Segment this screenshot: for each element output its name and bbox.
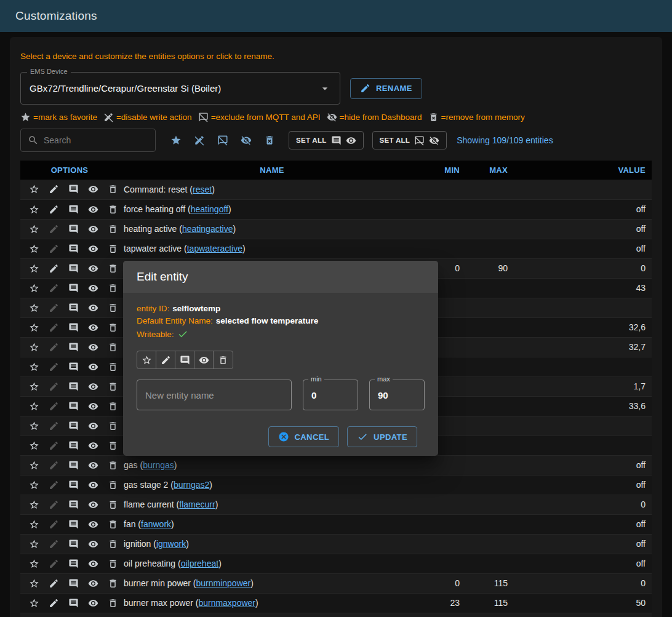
update-button[interactable]: UPDATE xyxy=(347,426,417,447)
favorite-icon[interactable] xyxy=(29,440,39,451)
favorite-toggle[interactable] xyxy=(137,351,156,368)
new-entity-name-field[interactable] xyxy=(137,380,292,410)
delete-icon[interactable] xyxy=(108,421,118,431)
favorite-icon[interactable] xyxy=(29,322,39,333)
remove-filter-button[interactable] xyxy=(259,130,280,151)
visibility-icon[interactable] xyxy=(88,263,98,274)
delete-icon[interactable] xyxy=(108,598,118,608)
write-toggle[interactable] xyxy=(156,351,175,368)
delete-icon[interactable] xyxy=(108,500,118,510)
visibility-icon[interactable] xyxy=(88,539,98,549)
favorite-icon[interactable] xyxy=(29,598,39,608)
edit-icon[interactable] xyxy=(49,224,59,234)
visibility-icon[interactable] xyxy=(88,500,98,510)
favorite-icon[interactable] xyxy=(29,263,39,274)
visibility-icon[interactable] xyxy=(88,204,98,215)
entity-shortname-link[interactable]: fanwork xyxy=(141,519,171,529)
entity-shortname-link[interactable]: tapwateractive xyxy=(187,244,242,253)
edit-icon[interactable] xyxy=(49,401,59,412)
edit-icon[interactable] xyxy=(49,519,59,530)
max-input[interactable] xyxy=(378,390,416,400)
entity-shortname-link[interactable]: reset xyxy=(193,185,212,194)
edit-icon[interactable] xyxy=(49,283,59,293)
visibility-icon[interactable] xyxy=(88,480,98,490)
favorite-icon[interactable] xyxy=(29,539,39,549)
delete-icon[interactable] xyxy=(108,559,118,569)
mqtt-exclude-icon[interactable] xyxy=(68,224,79,234)
delete-icon[interactable] xyxy=(108,480,118,490)
delete-icon[interactable] xyxy=(108,283,118,293)
visibility-icon[interactable] xyxy=(88,460,98,471)
mqtt-exclude-icon[interactable] xyxy=(68,381,79,392)
delete-icon[interactable] xyxy=(108,578,118,589)
mqtt-exclude-icon[interactable] xyxy=(68,519,79,530)
favorite-icon[interactable] xyxy=(29,559,39,569)
delete-icon[interactable] xyxy=(108,519,118,530)
ems-device-select[interactable]: EMS Device GBx72/Trendline/Cerapur/Green… xyxy=(20,72,340,105)
mqtt-exclude-icon[interactable] xyxy=(68,559,79,569)
entity-shortname-link[interactable]: oilpreheat xyxy=(181,559,219,568)
mqtt-exclude-icon[interactable] xyxy=(68,598,79,608)
edit-icon[interactable] xyxy=(49,421,59,431)
edit-icon[interactable] xyxy=(49,480,59,490)
delete-icon[interactable] xyxy=(108,401,118,412)
edit-icon[interactable] xyxy=(49,578,59,589)
delete-icon[interactable] xyxy=(108,244,118,254)
delete-icon[interactable] xyxy=(108,224,118,234)
entity-shortname-link[interactable]: ignwork xyxy=(156,539,186,549)
entity-shortname-link[interactable]: heatingoff xyxy=(191,204,228,214)
min-input[interactable] xyxy=(311,390,350,400)
delete-toggle[interactable] xyxy=(214,351,233,368)
favorite-icon[interactable] xyxy=(29,204,39,215)
favorite-icon[interactable] xyxy=(29,421,39,431)
visibility-icon[interactable] xyxy=(88,322,98,333)
delete-icon[interactable] xyxy=(108,460,118,471)
edit-icon[interactable] xyxy=(49,460,59,471)
visibility-icon[interactable] xyxy=(88,224,98,234)
new-entity-name-input[interactable] xyxy=(145,390,283,400)
edit-icon[interactable] xyxy=(49,598,59,608)
visibility-icon[interactable] xyxy=(88,440,98,451)
favorite-filter-button[interactable] xyxy=(166,130,186,151)
search-field[interactable] xyxy=(20,129,156,152)
visibility-icon[interactable] xyxy=(88,283,98,293)
write-off-filter-button[interactable] xyxy=(189,130,210,151)
mqtt-exclude-icon[interactable] xyxy=(68,283,79,293)
favorite-icon[interactable] xyxy=(29,480,39,490)
mqtt-exclude-icon[interactable] xyxy=(68,244,79,254)
edit-icon[interactable] xyxy=(49,559,59,569)
edit-icon[interactable] xyxy=(49,184,59,194)
visibility-icon[interactable] xyxy=(88,519,98,530)
rename-button[interactable]: RENAME xyxy=(350,78,422,99)
mqtt-exclude-icon[interactable] xyxy=(68,500,79,510)
edit-icon[interactable] xyxy=(49,303,59,313)
mqtt-exclude-icon[interactable] xyxy=(68,322,79,333)
mqtt-exclude-icon[interactable] xyxy=(68,263,79,274)
favorite-icon[interactable] xyxy=(29,303,39,313)
edit-icon[interactable] xyxy=(49,322,59,333)
edit-icon[interactable] xyxy=(49,362,59,372)
delete-icon[interactable] xyxy=(108,263,118,274)
mqtt-exclude-icon[interactable] xyxy=(68,539,79,549)
entity-shortname-link[interactable]: burnmaxpower xyxy=(198,598,255,608)
mqtt-exclude-icon[interactable] xyxy=(68,342,79,352)
visibility-icon[interactable] xyxy=(88,244,98,254)
entity-shortname-link[interactable]: heatingactive xyxy=(182,224,233,234)
delete-icon[interactable] xyxy=(108,303,118,313)
delete-icon[interactable] xyxy=(108,362,118,372)
favorite-icon[interactable] xyxy=(29,184,39,194)
favorite-icon[interactable] xyxy=(29,519,39,530)
visibility-icon[interactable] xyxy=(88,381,98,392)
entity-shortname-link[interactable]: burngas xyxy=(143,460,174,470)
mqtt-exclude-icon[interactable] xyxy=(68,421,79,431)
visibility-icon[interactable] xyxy=(88,559,98,569)
mqtt-exclude-icon[interactable] xyxy=(68,440,79,451)
favorite-icon[interactable] xyxy=(29,500,39,510)
favorite-icon[interactable] xyxy=(29,578,39,589)
mqtt-exclude-icon[interactable] xyxy=(68,480,79,490)
delete-icon[interactable] xyxy=(108,204,118,215)
favorite-icon[interactable] xyxy=(29,460,39,471)
entity-shortname-link[interactable]: flamecurr xyxy=(179,500,215,509)
mqtt-exclude-filter-button[interactable] xyxy=(212,130,233,151)
visibility-icon[interactable] xyxy=(88,598,98,608)
